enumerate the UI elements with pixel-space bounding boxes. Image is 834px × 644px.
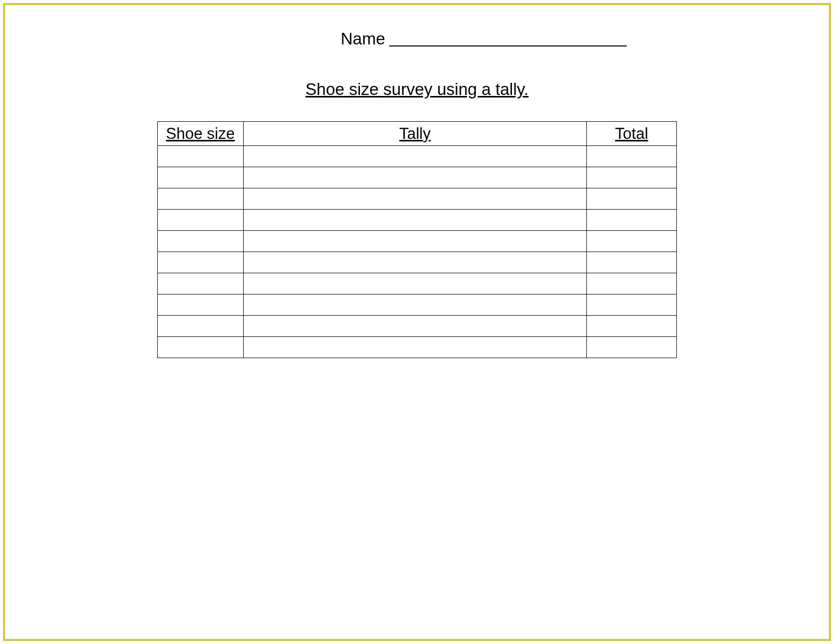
table-row — [158, 231, 677, 252]
cell-total[interactable] — [587, 294, 677, 316]
page-border: Name Shoe size survey using a tally. Sho… — [3, 3, 831, 641]
table-body — [158, 146, 677, 358]
cell-tally[interactable] — [243, 273, 586, 294]
table-row — [158, 146, 677, 167]
name-blank-line[interactable] — [389, 45, 627, 46]
tally-table: Shoe size Tally Total — [157, 121, 677, 358]
cell-total[interactable] — [587, 231, 677, 252]
table-row — [158, 337, 677, 358]
cell-total[interactable] — [587, 337, 677, 358]
table-row — [158, 316, 677, 337]
cell-shoe_size[interactable] — [158, 167, 244, 188]
table-header-row: Shoe size Tally Total — [158, 122, 677, 146]
header-tally: Tally — [243, 122, 586, 146]
cell-shoe_size[interactable] — [158, 273, 244, 294]
table-row — [158, 210, 677, 231]
table-row — [158, 294, 677, 316]
name-field-row: Name — [5, 29, 829, 48]
cell-total[interactable] — [587, 210, 677, 231]
header-shoe-size: Shoe size — [158, 122, 244, 146]
worksheet-title: Shoe size survey using a tally. — [5, 80, 829, 99]
cell-tally[interactable] — [243, 167, 586, 188]
header-total: Total — [587, 122, 677, 146]
table-row — [158, 252, 677, 273]
cell-tally[interactable] — [243, 231, 586, 252]
cell-tally[interactable] — [243, 252, 586, 273]
table-row — [158, 188, 677, 210]
cell-tally[interactable] — [243, 146, 586, 167]
cell-tally[interactable] — [243, 188, 586, 210]
cell-shoe_size[interactable] — [158, 294, 244, 316]
cell-shoe_size[interactable] — [158, 316, 244, 337]
cell-shoe_size[interactable] — [158, 252, 244, 273]
cell-total[interactable] — [587, 252, 677, 273]
cell-tally[interactable] — [243, 210, 586, 231]
cell-tally[interactable] — [243, 337, 586, 358]
table-row — [158, 167, 677, 188]
cell-shoe_size[interactable] — [158, 188, 244, 210]
name-label: Name — [341, 29, 385, 48]
cell-total[interactable] — [587, 146, 677, 167]
cell-tally[interactable] — [243, 294, 586, 316]
cell-total[interactable] — [587, 167, 677, 188]
cell-tally[interactable] — [243, 316, 586, 337]
cell-shoe_size[interactable] — [158, 231, 244, 252]
cell-shoe_size[interactable] — [158, 337, 244, 358]
worksheet-content: Name Shoe size survey using a tally. Sho… — [5, 5, 829, 639]
table-row — [158, 273, 677, 294]
cell-shoe_size[interactable] — [158, 210, 244, 231]
cell-total[interactable] — [587, 316, 677, 337]
cell-total[interactable] — [587, 273, 677, 294]
cell-shoe_size[interactable] — [158, 146, 244, 167]
cell-total[interactable] — [587, 188, 677, 210]
